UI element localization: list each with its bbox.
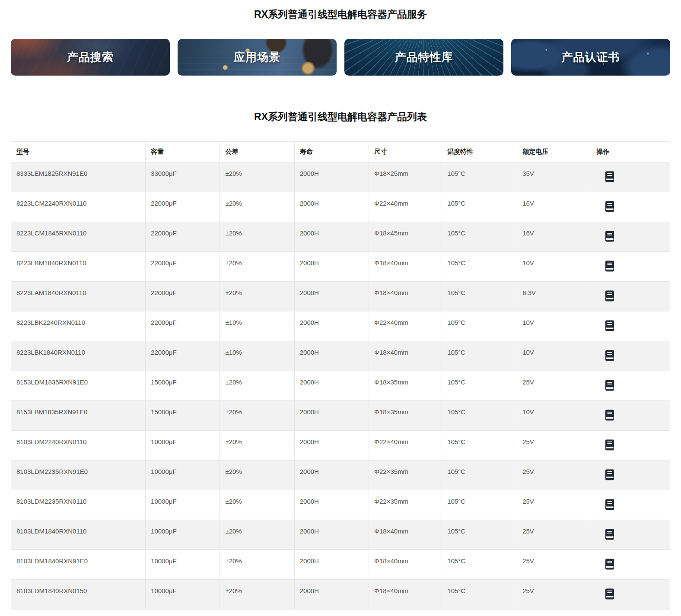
cell-temp: 105°C [442,282,517,311]
column-header-action: 操作 [591,142,670,162]
book-icon [605,201,614,212]
cell-action [591,252,670,282]
book-icon [605,469,614,480]
banner-product-certificates[interactable]: 产品认证书 [511,39,670,76]
table-row: 8103LDM1840RXN011010000μF±20%2000HΦ18×40… [11,520,670,550]
cell-model: 8103LDM2235RXN91E0 [11,460,146,490]
cell-action [591,550,670,580]
cell-voltage: 25V [517,460,591,490]
cell-temp: 105°C [442,252,517,282]
book-icon [605,290,614,302]
cell-voltage: 16V [517,222,591,252]
cell-capacity: 22000μF [146,311,220,341]
banner-product-search[interactable]: 产品搜索 [11,39,170,76]
detail-book-button[interactable] [605,439,614,451]
cell-capacity: 22000μF [146,282,220,311]
table-row: 8103LDM2235RXN011010000μF±20%2000HΦ22×35… [11,490,670,520]
book-icon [605,231,614,242]
detail-book-button[interactable] [605,201,614,212]
column-header-life: 寿命 [294,142,369,162]
column-header-size: 尺寸 [369,142,442,162]
cell-size: Φ18×40mm [369,520,442,550]
cell-life: 2000H [294,341,369,371]
cell-model: 8223LCM1845RXN0110 [11,222,146,252]
cell-capacity: 15000μF [146,401,220,431]
cell-model: 8103LDM1840RXN0150 [11,580,146,610]
column-header-model: 型号 [11,142,146,162]
cell-size: Φ18×25mm [369,162,442,192]
cell-voltage: 6.3V [517,282,591,311]
cell-action [591,431,670,460]
detail-book-button[interactable] [605,260,614,272]
table-row: 8223LBK2240RXN011022000μF±10%2000HΦ22×40… [11,311,670,341]
cell-life: 2000H [294,162,369,192]
cell-action [591,282,670,311]
cell-model: 8103LDM1840RXN0110 [11,520,146,550]
detail-book-button[interactable] [605,529,614,540]
cell-model: 8103LDM2240RXN0110 [11,431,146,460]
detail-book-button[interactable] [605,559,614,570]
cell-capacity: 10000μF [146,550,220,580]
detail-book-button[interactable] [605,171,614,182]
cell-tolerance: ±20% [220,222,294,252]
cell-size: Φ18×35mm [369,371,442,401]
cell-capacity: 22000μF [146,222,220,252]
cell-life: 2000H [294,460,369,490]
column-header-tolerance: 公差 [220,142,294,162]
cell-capacity: 15000μF [146,371,220,401]
cell-action [591,401,670,431]
table-row: 8223LBK1840RXN011022000μF±10%2000HΦ18×40… [11,341,670,371]
detail-book-button[interactable] [605,320,614,331]
cell-tolerance: ±20% [220,431,294,460]
cell-temp: 105°C [442,222,517,252]
cell-size: Φ18×40mm [369,580,442,610]
column-header-temperature: 温度特性 [442,142,517,162]
cell-temp: 105°C [442,431,517,460]
cell-voltage: 16V [517,192,591,222]
cell-life: 2000H [294,222,369,252]
table-row: 8103LDM1840RXN91E010000μF±20%2000HΦ18×40… [11,550,670,580]
cell-temp: 105°C [442,580,517,610]
banner-label: 产品搜索 [67,50,114,65]
detail-book-button[interactable] [605,469,614,480]
cell-voltage: 10V [517,341,591,371]
detail-book-button[interactable] [605,290,614,302]
banner-nav: 产品搜索 应用场景 产品特性库 产品认证书 [11,39,670,76]
banner-label: 应用场景 [234,50,280,65]
cell-action [591,192,670,222]
cell-size: Φ22×40mm [369,431,442,460]
banner-product-characteristics-library[interactable]: 产品特性库 [344,39,503,76]
cell-temp: 105°C [442,520,517,550]
banner-application-scenarios[interactable]: 应用场景 [178,39,337,76]
cell-capacity: 10000μF [146,580,220,610]
book-icon [605,439,614,451]
page: RX系列普通引线型电解电容器产品服务 产品搜索 应用场景 产品特性库 产品认证书… [0,8,681,616]
cell-tolerance: ±10% [220,311,294,341]
cell-model: 8223LBK1840RXN0110 [11,341,146,371]
detail-book-button[interactable] [605,588,614,600]
book-icon [605,529,614,540]
cell-size: Φ22×35mm [369,490,442,520]
table-row: 8103LDM2235RXN91E010000μF±20%2000HΦ22×35… [11,460,670,490]
cell-model: 8103LDM1840RXN91E0 [11,550,146,580]
cell-temp: 105°C [442,371,517,401]
detail-book-button[interactable] [605,499,614,510]
cell-life: 2000H [294,282,369,311]
detail-book-button[interactable] [605,350,614,361]
cell-life: 2000H [294,192,369,222]
book-icon [605,588,614,600]
cell-capacity: 10000μF [146,490,220,520]
cell-size: Φ18×40mm [369,341,442,371]
book-icon [605,380,614,391]
detail-book-button[interactable] [605,380,614,391]
cell-voltage: 10V [517,311,591,341]
detail-book-button[interactable] [605,410,614,421]
cell-action [591,520,670,550]
cell-temp: 105°C [442,460,517,490]
cell-tolerance: ±20% [220,252,294,282]
cell-life: 2000H [294,520,369,550]
detail-book-button[interactable] [605,231,614,242]
cell-tolerance: ±20% [220,490,294,520]
table-row: 8153LBM1835RXN91E015000μF±20%2000HΦ18×35… [11,401,670,431]
cell-tolerance: ±20% [220,550,294,580]
